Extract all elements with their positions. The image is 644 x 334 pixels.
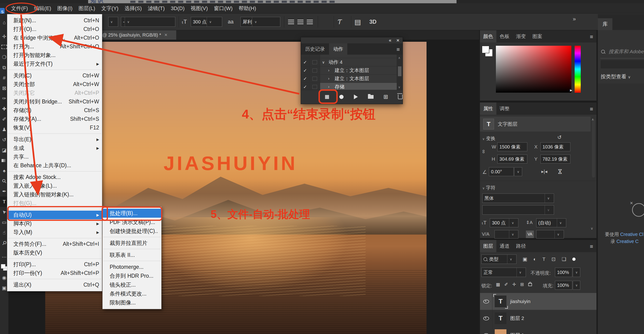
library-search-row[interactable]: 搜索库和 Adobe S bbox=[601, 48, 644, 55]
automate-submenu-item[interactable]: 裁剪并拉直照片 bbox=[103, 238, 161, 247]
layer-thumbnail[interactable]: T bbox=[495, 312, 506, 324]
tab-libraries[interactable]: 库 bbox=[598, 18, 612, 30]
file-menu-item[interactable]: 退出(X)Ctrl+Q bbox=[7, 280, 102, 289]
opacity-dropdown[interactable]: ∨ bbox=[573, 268, 580, 277]
layer-thumbnail[interactable]: T bbox=[495, 295, 506, 307]
file-menu-item[interactable]: 存储为(A)...Shift+Ctrl+S bbox=[7, 115, 102, 123]
file-menu-item[interactable]: 在 Behance 上共享(D)... bbox=[7, 161, 102, 170]
3d-button[interactable]: 3D bbox=[369, 17, 376, 27]
file-menu-item[interactable]: 打开(O)...Ctrl+O bbox=[7, 25, 102, 34]
filter-shape-layers-icon[interactable]: ⊡ bbox=[552, 256, 556, 262]
angle-dropdown[interactable]: ∨ bbox=[514, 167, 522, 176]
collapse-panels-icon[interactable]: » bbox=[573, 16, 576, 22]
menu-item-8[interactable]: 视图(V) bbox=[188, 3, 211, 14]
visibility-eye-icon[interactable] bbox=[483, 333, 489, 334]
menu-item-1[interactable]: 编辑(E) bbox=[31, 3, 54, 14]
menu-item-3[interactable]: 图层(L) bbox=[76, 3, 98, 14]
tab-adjustments[interactable]: 调整 bbox=[496, 103, 513, 115]
panel-menu-icon[interactable]: ≡ bbox=[590, 34, 593, 40]
panel-menu-icon[interactable]: ≡ bbox=[590, 243, 593, 250]
dialog-toggle-box[interactable] bbox=[310, 75, 320, 83]
hue-bar[interactable] bbox=[575, 46, 581, 93]
layer-thumbnail[interactable] bbox=[495, 329, 506, 334]
play-button[interactable] bbox=[354, 93, 358, 100]
file-menu-item[interactable]: 导出(E)▶ bbox=[7, 135, 102, 144]
filter-toggle-icon[interactable] bbox=[572, 257, 576, 261]
tab-gradients[interactable]: 渐变 bbox=[513, 30, 529, 43]
file-menu-item[interactable]: 搜索 Adobe Stock... bbox=[7, 173, 102, 182]
expand-caret-icon[interactable]: › bbox=[328, 77, 332, 81]
layer-row[interactable]: 图层 1 bbox=[480, 327, 596, 334]
scroll-up-icon[interactable]: ∧ bbox=[592, 118, 594, 121]
check-icon[interactable] bbox=[301, 55, 310, 58]
x-field[interactable]: 1036 像素 bbox=[540, 142, 570, 151]
layer-row[interactable]: T图层 2 bbox=[480, 310, 596, 327]
file-menu-item[interactable]: 版本历史(V) bbox=[7, 248, 102, 257]
tab-properties[interactable]: 属性 bbox=[480, 103, 496, 115]
file-menu-item[interactable]: 在 Bridge 中浏览(B)...Alt+Ctrl+O bbox=[7, 34, 102, 42]
panel-menu-icon[interactable]: ≡ bbox=[590, 106, 593, 112]
tab-patterns[interactable]: 图案 bbox=[529, 30, 546, 43]
lock-pixels-icon[interactable]: ✐ bbox=[504, 282, 508, 287]
action-row[interactable]: ✓›存储 bbox=[301, 83, 402, 90]
align-right-button[interactable] bbox=[307, 20, 313, 24]
delete-button[interactable] bbox=[398, 93, 402, 100]
file-menu-item[interactable]: 打开为...Alt+Shift+Ctrl+O bbox=[7, 42, 102, 51]
action-row[interactable]: ✓›建立：文本图层 bbox=[301, 75, 402, 83]
expand-caret-icon[interactable]: ∨ bbox=[322, 60, 326, 65]
dialog-toggle-box[interactable] bbox=[310, 83, 320, 90]
action-row[interactable] bbox=[301, 55, 402, 58]
filter-type-layers-icon[interactable]: T bbox=[542, 256, 546, 262]
creative-cloud-link[interactable]: Creative C bbox=[616, 239, 638, 244]
expand-caret-icon[interactable]: › bbox=[328, 68, 332, 73]
tool-preset-dropdown[interactable]: ∨ bbox=[108, 17, 118, 27]
foreground-background-swatches[interactable] bbox=[1, 264, 8, 271]
stop-button[interactable] bbox=[325, 93, 329, 100]
file-menu-item[interactable]: 打开为智能对象... bbox=[7, 51, 102, 60]
menu-file[interactable]: 文件(F) bbox=[8, 3, 31, 14]
fill-dropdown[interactable]: ∨ bbox=[573, 281, 580, 290]
action-row[interactable]: ✓∨动作 4 bbox=[301, 58, 402, 66]
menu-item-9[interactable]: 窗口(W) bbox=[211, 3, 236, 14]
automate-submenu-item[interactable]: 条件模式更改... bbox=[103, 289, 161, 298]
file-menu-item[interactable]: 生成▶ bbox=[7, 144, 102, 152]
dialog-toggle-box[interactable] bbox=[310, 58, 320, 66]
toggle-panels-button[interactable]: ▤ bbox=[354, 17, 361, 27]
check-icon[interactable]: ✓ bbox=[301, 75, 310, 83]
lock-artboard-icon[interactable]: ⊞ bbox=[520, 282, 524, 287]
check-icon[interactable]: ✓ bbox=[301, 66, 310, 74]
file-menu-item[interactable]: 关闭全部Alt+Ctrl+W bbox=[7, 80, 102, 89]
visibility-eye-icon[interactable] bbox=[483, 316, 489, 320]
link-dimensions-icon[interactable]: ∞ bbox=[481, 150, 487, 153]
panel-menu-icon[interactable]: ≡ bbox=[396, 46, 400, 53]
file-menu-item[interactable]: 存储(S)Ctrl+S bbox=[7, 106, 102, 115]
menu-item-10[interactable]: 帮助(H) bbox=[236, 3, 259, 14]
foreground-background-swatches[interactable] bbox=[482, 46, 492, 57]
font-size-dropdown[interactable]: 300 点∨ bbox=[191, 17, 222, 27]
automate-submenu-item[interactable]: 创建快捷批处理(C)... bbox=[103, 227, 161, 235]
actions-scrollbar[interactable]: ∧ ∨ bbox=[397, 55, 402, 90]
opacity-field[interactable]: 100% bbox=[555, 268, 572, 277]
file-menu-item[interactable]: 文件简介(F)...Alt+Shift+Ctrl+I bbox=[7, 240, 102, 248]
library-filter-box[interactable] bbox=[601, 60, 644, 69]
file-menu-item[interactable]: 共享... bbox=[7, 152, 102, 161]
tab-history[interactable]: 历史记录 bbox=[301, 43, 329, 55]
font-style-dropdown[interactable]: -∨ bbox=[121, 17, 175, 27]
blend-mode-dropdown[interactable]: 正常∨ bbox=[481, 268, 526, 277]
hue-slider-icon[interactable]: ▶ bbox=[570, 88, 572, 92]
scroll-up-icon[interactable]: ∧ bbox=[398, 56, 400, 60]
tab-color[interactable]: 颜色 bbox=[480, 30, 496, 43]
dialog-toggle-box[interactable] bbox=[310, 66, 320, 74]
file-menu-item[interactable]: 置入链接的智能对象(K)... bbox=[7, 190, 102, 199]
new-action-button[interactable]: ⊞ bbox=[384, 93, 388, 100]
anti-alias-dropdown[interactable]: 犀利∨ bbox=[240, 17, 280, 27]
lock-all-icon[interactable] bbox=[528, 283, 532, 286]
menu-item-5[interactable]: 选择(S) bbox=[122, 3, 144, 14]
creative-cloud-link[interactable]: Creative Cl bbox=[620, 232, 644, 237]
filter-adjustment-layers-icon[interactable]: ◐ bbox=[534, 256, 536, 262]
automate-submenu-item[interactable]: 限制图像... bbox=[103, 298, 161, 307]
height-field[interactable]: 304.69 像素 bbox=[497, 155, 527, 163]
align-center-button[interactable] bbox=[298, 20, 304, 24]
menu-item-4[interactable]: 文字(Y) bbox=[98, 3, 122, 14]
automate-submenu-item[interactable]: Photomerge... bbox=[103, 262, 161, 271]
